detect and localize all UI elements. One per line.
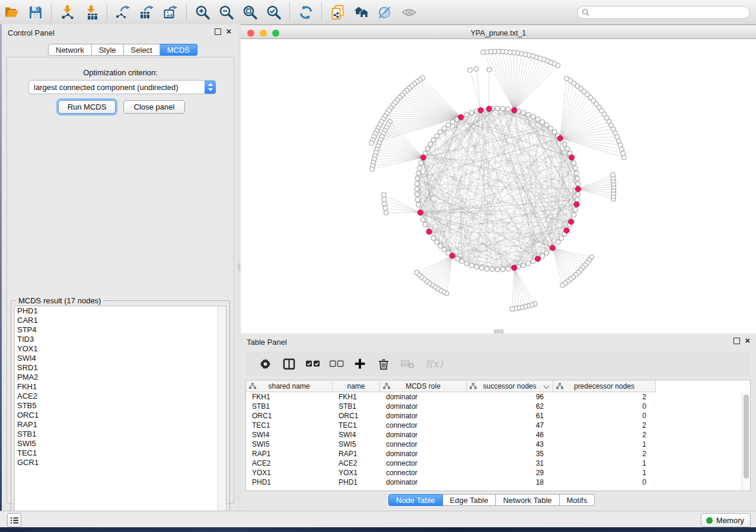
add-column-button[interactable] — [350, 354, 370, 373]
mcds-node[interactable] — [574, 201, 579, 207]
splitter-handle[interactable] — [238, 263, 240, 271]
share-document-button[interactable] — [329, 4, 347, 21]
show-details-button[interactable] — [400, 4, 418, 21]
tab-motifs[interactable]: Motifs — [560, 494, 595, 506]
table-row[interactable]: RAP1RAP1dominator352 — [246, 449, 742, 459]
tab-node-table[interactable]: Node Table — [388, 494, 443, 506]
mcds-result-item[interactable]: SWI5 — [15, 439, 226, 448]
tab-network[interactable]: Network — [48, 44, 92, 56]
mcds-node[interactable] — [535, 256, 540, 261]
search-box[interactable] — [577, 6, 750, 19]
mcds-result-item[interactable]: TID3 — [15, 335, 226, 344]
table-scrollbar-thumb[interactable] — [744, 395, 749, 479]
mcds-node[interactable] — [564, 227, 569, 233]
table-row[interactable]: STB1STB1dominator620 — [246, 402, 742, 411]
table-row[interactable]: ACE2ACE2connector311 — [246, 459, 742, 468]
mcds-result-item[interactable]: STB1 — [15, 430, 226, 439]
zoom-fit-button[interactable] — [241, 4, 259, 21]
task-history-button[interactable] — [7, 513, 21, 527]
mcds-node[interactable] — [569, 155, 575, 160]
memory-button[interactable]: Memory — [701, 513, 751, 527]
mcds-result-item[interactable]: TEC1 — [15, 448, 226, 458]
close-panel-button[interactable]: Close panel — [123, 100, 185, 114]
zoom-in-button[interactable] — [194, 4, 212, 21]
tab-style[interactable]: Style — [92, 44, 124, 56]
mcds-result-item[interactable]: SWI4 — [15, 354, 226, 363]
mcds-result-item[interactable]: CAR1 — [15, 316, 226, 325]
mcds-node[interactable] — [575, 186, 580, 191]
close-panel-icon[interactable]: × — [227, 29, 231, 34]
table-row[interactable]: PHD1PHD1dominator180 — [246, 477, 742, 487]
mcds-result-item[interactable]: STB5 — [15, 401, 226, 411]
table-row[interactable]: SWI5SWI5connector431 — [246, 440, 742, 449]
mcds-node[interactable] — [550, 245, 555, 251]
network-graph[interactable] — [241, 39, 756, 334]
column-header-predecessor_nodes[interactable]: predecessor nodes — [553, 380, 656, 392]
table-options-gear-button[interactable] — [255, 354, 275, 373]
mcds-node[interactable] — [478, 107, 483, 113]
mcds-node[interactable] — [458, 114, 464, 120]
zoom-selected-button[interactable] — [265, 4, 283, 21]
table-row[interactable]: YOX1YOX1connector291 — [246, 468, 742, 477]
network-canvas[interactable] — [241, 39, 756, 334]
mcds-node[interactable] — [569, 219, 574, 225]
mcds-result-item[interactable]: STP4 — [15, 325, 226, 335]
mcds-node[interactable] — [557, 136, 563, 141]
save-session-button[interactable] — [27, 4, 44, 21]
table-row[interactable]: ORC1ORC1dominator610 — [246, 411, 742, 421]
refresh-network-button[interactable] — [297, 4, 315, 21]
tab-select[interactable]: Select — [124, 44, 160, 56]
tab-mcds[interactable]: MCDS — [160, 44, 197, 56]
close-table-panel-icon[interactable]: × — [745, 338, 750, 344]
tab-network-table[interactable]: Network Table — [496, 494, 559, 506]
toolbar-separator — [107, 4, 108, 21]
mcds-result-item[interactable]: GCR1 — [15, 458, 226, 467]
mcds-result-item[interactable]: FKH1 — [15, 382, 226, 392]
column-header-mcds_role[interactable]: MCDS role — [380, 380, 467, 392]
mcds-list-scrollbar[interactable] — [218, 306, 226, 517]
mcds-result-item[interactable]: YOX1 — [15, 344, 226, 354]
column-header-name[interactable]: name — [333, 380, 380, 392]
mcds-result-list[interactable]: PHD1CAR1STP4TID3YOX1SWI4SRD1PMA2FKH1ACE2… — [14, 306, 227, 517]
import-network-button[interactable] — [59, 4, 76, 21]
network-window: YPA_prune.txt_1 — [241, 27, 756, 334]
mcds-node[interactable] — [420, 155, 426, 160]
hide-details-button[interactable] — [377, 4, 394, 21]
delete-column-button[interactable] — [374, 354, 394, 373]
mcds-node[interactable] — [417, 210, 423, 215]
export-image-button[interactable] — [162, 4, 180, 21]
mcds-result-item[interactable]: RAP1 — [15, 420, 226, 430]
run-mcds-button[interactable]: Run MCDS — [58, 100, 116, 114]
zoom-out-button[interactable] — [218, 4, 235, 21]
column-header-successor_nodes[interactable]: successor nodes — [467, 380, 553, 392]
mcds-result-item[interactable]: ORC1 — [15, 411, 226, 420]
float-table-panel-icon[interactable] — [733, 338, 740, 344]
mcds-result-item[interactable]: PMA2 — [15, 373, 226, 382]
mcds-node[interactable] — [486, 106, 492, 111]
mcds-result-item[interactable]: PHD1 — [15, 306, 226, 316]
mcds-node[interactable] — [512, 265, 517, 270]
open-folder-button[interactable] — [3, 4, 21, 21]
table-row[interactable]: SWI4SWI4dominator462 — [246, 430, 742, 440]
select-all-rows-button[interactable] — [302, 354, 323, 373]
column-header-shared_name[interactable]: shared name — [246, 380, 333, 392]
export-table-button[interactable] — [138, 4, 156, 21]
float-panel-icon[interactable] — [215, 28, 221, 35]
toggle-columns-button[interactable] — [279, 354, 299, 373]
optimization-criterion-select[interactable]: largest connected component (undirected) — [28, 80, 216, 94]
houses-button[interactable] — [353, 4, 371, 21]
search-input[interactable] — [590, 7, 749, 18]
table-scrollbar[interactable] — [742, 392, 750, 491]
mcds-node[interactable] — [426, 229, 432, 235]
mcds-node[interactable] — [449, 253, 455, 258]
mcds-node[interactable] — [512, 107, 517, 113]
mcds-result-item[interactable]: SRD1 — [15, 363, 226, 373]
table-row[interactable]: FKH1FKH1dominator962 — [246, 392, 742, 402]
table-row[interactable]: TEC1TEC1connector472 — [246, 421, 742, 430]
deselect-all-rows-button[interactable] — [326, 354, 346, 373]
mcds-result-item[interactable]: ACE2 — [15, 392, 226, 401]
import-table-button[interactable] — [82, 4, 100, 21]
network-window-titlebar[interactable]: YPA_prune.txt_1 — [241, 27, 756, 39]
tab-edge-table[interactable]: Edge Table — [443, 494, 496, 506]
export-network-button[interactable] — [114, 4, 132, 21]
